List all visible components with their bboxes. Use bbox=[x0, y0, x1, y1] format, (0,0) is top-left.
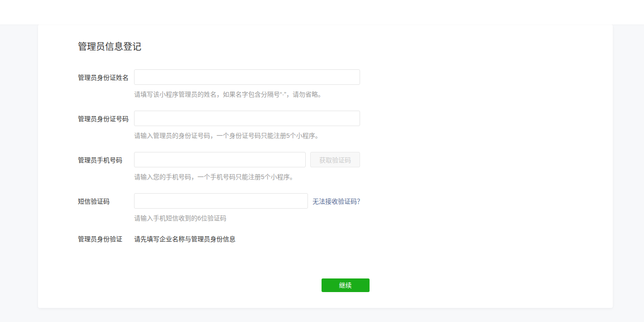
field-label: 管理员手机号码 bbox=[78, 152, 134, 165]
field-label: 短信验证码 bbox=[78, 193, 134, 206]
admin-phone-input[interactable] bbox=[134, 152, 306, 167]
get-verification-code-button[interactable]: 获取验证码 bbox=[310, 152, 360, 167]
field-label: 管理员身份证号码 bbox=[78, 111, 134, 123]
form-row-admin-phone: 管理员手机号码 获取验证码 请输入您的手机号码，一个手机号码只能注册5个小程序。 bbox=[78, 152, 613, 181]
sms-code-input[interactable] bbox=[134, 193, 308, 209]
field-label: 管理员身份验证 bbox=[78, 234, 134, 244]
form-row-admin-id-name: 管理员身份证姓名 请填写该小程序管理员的姓名，如果名字包含分隔号“·”，请勿省略… bbox=[78, 69, 613, 99]
admin-id-number-input[interactable] bbox=[134, 111, 360, 126]
field-help-text: 请输入手机短信收到的6位验证码 bbox=[134, 214, 613, 223]
form-row-admin-id-number: 管理员身份证号码 请输入管理员的身份证号码，一个身份证号码只能注册5个小程序。 bbox=[78, 111, 613, 140]
field-help-text: 请输入您的手机号码，一个手机号码只能注册5个小程序。 bbox=[134, 172, 613, 181]
top-header-bar bbox=[0, 0, 644, 24]
registration-card: 管理员信息登记 管理员身份证姓名 请填写该小程序管理员的姓名，如果名字包含分隔号… bbox=[38, 24, 613, 308]
identity-verify-hint: 请先填写企业名称与管理员身份信息 bbox=[134, 234, 613, 244]
field-label: 管理员身份证姓名 bbox=[78, 69, 134, 82]
form-row-sms-code: 短信验证码 无法接收验证码？ 请输入手机短信收到的6位验证码 bbox=[78, 193, 613, 223]
cannot-receive-code-link[interactable]: 无法接收验证码？ bbox=[312, 196, 363, 205]
page-background: 管理员信息登记 管理员身份证姓名 请填写该小程序管理员的姓名，如果名字包含分隔号… bbox=[0, 24, 644, 322]
field-help-text: 请填写该小程序管理员的姓名，如果名字包含分隔号“·”，请勿省略。 bbox=[134, 90, 613, 99]
page-title: 管理员信息登记 bbox=[78, 42, 613, 52]
form-row-identity-verify: 管理员身份验证 请先填写企业名称与管理员身份信息 bbox=[78, 234, 613, 244]
continue-button[interactable]: 继续 bbox=[322, 278, 370, 292]
submit-row: 继续 bbox=[78, 278, 613, 292]
admin-info-form: 管理员身份证姓名 请填写该小程序管理员的姓名，如果名字包含分隔号“·”，请勿省略… bbox=[78, 69, 613, 244]
admin-id-name-input[interactable] bbox=[134, 69, 360, 85]
field-help-text: 请输入管理员的身份证号码，一个身份证号码只能注册5个小程序。 bbox=[134, 131, 613, 140]
